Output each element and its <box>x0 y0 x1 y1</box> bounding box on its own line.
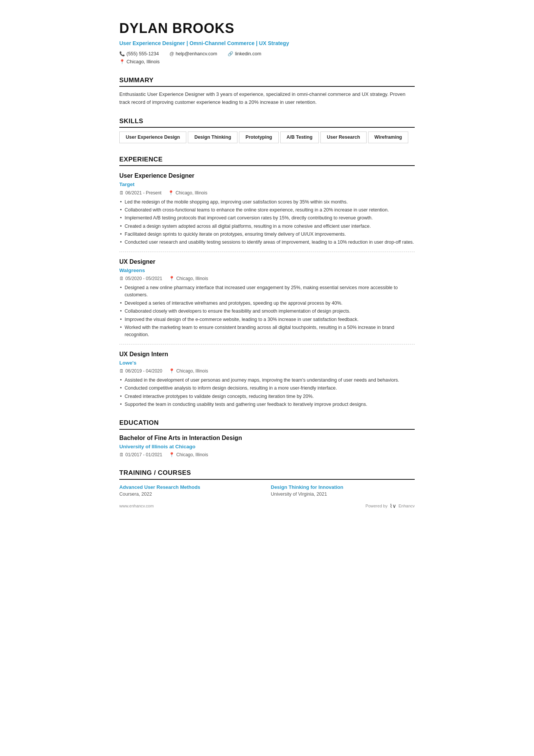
brand-name: Enhancv <box>398 503 415 509</box>
job-date: 🗓 06/2019 - 04/2020 <box>119 368 162 374</box>
skill-tag: User Research <box>320 131 367 143</box>
list-item: Created a design system adopted across a… <box>119 223 415 230</box>
professional-title: User Experience Designer | Omni-Channel … <box>119 39 415 47</box>
list-item: Conducted competitive analysis to inform… <box>119 385 415 392</box>
edu-school: University of Illinois at Chicago <box>119 443 415 451</box>
email-icon: @ <box>169 50 174 57</box>
job-location-text: Chicago, Illinois <box>175 189 207 196</box>
training-item-sub: University of Virginia, 2021 <box>271 491 415 498</box>
calendar-icon: 🗓 <box>119 368 124 374</box>
footer-website: www.enhancv.com <box>119 503 154 509</box>
job-item: User Experience DesignerTarget 🗓 06/2021… <box>119 171 415 246</box>
job-meta: 🗓 06/2019 - 04/2020 📍 Chicago, Illinois <box>119 368 415 374</box>
job-title: UX Design Intern <box>119 350 415 359</box>
bullet-list: Led the redesign of the mobile shopping … <box>119 199 415 246</box>
enhancv-branding: Powered by ⌇∨ Enhancv <box>365 502 415 510</box>
edu-location-icon: 📍 <box>169 451 175 458</box>
training-item-sub: Coursera, 2022 <box>119 491 263 498</box>
education-section: EDUCATION Bachelor of Fine Arts in Inter… <box>119 418 415 458</box>
edu-calendar-icon: 🗓 <box>119 451 124 458</box>
linkedin-contact[interactable]: 🔗 linkedin.com <box>228 50 261 58</box>
list-item: Improved the visual design of the e-comm… <box>119 316 415 323</box>
edu-location: 📍 Chicago, Illinois <box>169 451 208 458</box>
skill-tag: A/B Testing <box>280 131 319 143</box>
link-icon: 🔗 <box>228 50 233 57</box>
job-location: 📍 Chicago, Illinois <box>169 275 208 282</box>
linkedin-url: linkedin.com <box>235 50 261 58</box>
skill-tag: Wireframing <box>368 131 409 143</box>
summary-section: SUMMARY Enthusiastic User Experience Des… <box>119 75 415 106</box>
job-location-text: Chicago, Illinois <box>176 275 208 282</box>
training-item-title: Advanced User Research Methods <box>119 484 263 491</box>
location-row: 📍 Chicago, Illinois <box>119 58 415 66</box>
list-item: Supported the team in conducting usabili… <box>119 401 415 408</box>
skills-title: SKILLS <box>119 116 415 128</box>
job-date-text: 06/2021 - Present <box>125 189 161 196</box>
list-item: Collaborated with cross-functional teams… <box>119 207 415 214</box>
job-date-text: 05/2020 - 05/2021 <box>125 275 162 282</box>
list-item: Designed a new online pharmacy interface… <box>119 284 415 299</box>
list-item: Facilitated design sprints to quickly it… <box>119 231 415 238</box>
summary-title: SUMMARY <box>119 75 415 87</box>
training-title: TRAINING / COURSES <box>119 468 415 480</box>
phone-icon: 📞 <box>119 50 125 57</box>
skill-tag: Prototyping <box>239 131 278 143</box>
location-icon: 📍 <box>119 58 125 65</box>
education-title: EDUCATION <box>119 418 415 430</box>
bullet-list: Designed a new online pharmacy interface… <box>119 284 415 339</box>
email-address: help@enhancv.com <box>176 50 217 58</box>
job-title: User Experience Designer <box>119 171 415 180</box>
skill-tag: Design Thinking <box>188 131 237 143</box>
jobs-container: User Experience DesignerTarget 🗓 06/2021… <box>119 171 415 408</box>
location-pin-icon: 📍 <box>169 368 175 374</box>
phone-contact: 📞 (555) 555-1234 <box>119 50 159 58</box>
list-item: Worked with the marketing team to ensure… <box>119 324 415 339</box>
job-date-text: 06/2019 - 04/2020 <box>125 368 162 374</box>
location-contact: 📍 Chicago, Illinois <box>119 58 160 66</box>
edu-degree: Bachelor of Fine Arts in Interaction Des… <box>119 434 415 443</box>
list-item: Collaborated closely with developers to … <box>119 308 415 315</box>
job-meta: 🗓 05/2020 - 05/2021 📍 Chicago, Illinois <box>119 275 415 282</box>
training-item: Design Thinking for InnovationUniversity… <box>271 484 415 498</box>
job-title: UX Designer <box>119 257 415 266</box>
bullet-list: Assisted in the development of user pers… <box>119 377 415 409</box>
location-text: Chicago, Illinois <box>126 58 160 66</box>
experience-section: EXPERIENCE User Experience DesignerTarge… <box>119 155 415 409</box>
page-footer: www.enhancv.com Powered by ⌇∨ Enhancv <box>119 502 415 510</box>
company-name: Lowe's <box>119 359 415 367</box>
list-item: Conducted user research and usability te… <box>119 239 415 246</box>
edu-date: 🗓 01/2017 - 01/2021 <box>119 451 162 458</box>
calendar-icon: 🗓 <box>119 189 124 196</box>
list-item: Led the redesign of the mobile shopping … <box>119 199 415 206</box>
full-name: DYLAN BROOKS <box>119 18 415 39</box>
list-item: Assisted in the development of user pers… <box>119 377 415 384</box>
contact-row: 📞 (555) 555-1234 @ help@enhancv.com 🔗 li… <box>119 50 415 58</box>
list-item: Implemented A/B testing protocols that i… <box>119 214 415 222</box>
job-item: UX DesignerWalgreens 🗓 05/2020 - 05/2021… <box>119 252 415 339</box>
job-location-text: Chicago, Illinois <box>176 368 208 374</box>
skill-tag: User Experience Design <box>119 131 186 143</box>
edu-meta: 🗓 01/2017 - 01/2021 📍 Chicago, Illinois <box>119 451 415 458</box>
training-grid: Advanced User Research MethodsCoursera, … <box>119 484 415 498</box>
resume-page: DYLAN BROOKS User Experience Designer | … <box>97 0 437 521</box>
company-name: Walgreens <box>119 267 415 274</box>
job-date: 🗓 06/2021 - Present <box>119 189 161 196</box>
job-date: 🗓 05/2020 - 05/2021 <box>119 275 162 282</box>
list-item: Developed a series of interactive wirefr… <box>119 300 415 307</box>
email-contact: @ help@enhancv.com <box>169 50 217 58</box>
enhancv-icon: ⌇∨ <box>390 502 396 510</box>
calendar-icon: 🗓 <box>119 275 124 282</box>
location-pin-icon: 📍 <box>169 275 175 282</box>
summary-body: Enthusiastic User Experience Designer wi… <box>119 91 415 106</box>
skills-section: SKILLS User Experience DesignDesign Thin… <box>119 116 415 145</box>
header: DYLAN BROOKS User Experience Designer | … <box>119 18 415 66</box>
company-name: Target <box>119 181 415 188</box>
training-item: Advanced User Research MethodsCoursera, … <box>119 484 263 498</box>
training-item-title: Design Thinking for Innovation <box>271 484 415 491</box>
location-pin-icon: 📍 <box>168 189 174 196</box>
job-location: 📍 Chicago, Illinois <box>168 189 207 196</box>
experience-title: EXPERIENCE <box>119 155 415 166</box>
list-item: Created interactive prototypes to valida… <box>119 393 415 400</box>
powered-by-text: Powered by <box>365 503 387 509</box>
skills-list: User Experience DesignDesign ThinkingPro… <box>119 131 415 145</box>
